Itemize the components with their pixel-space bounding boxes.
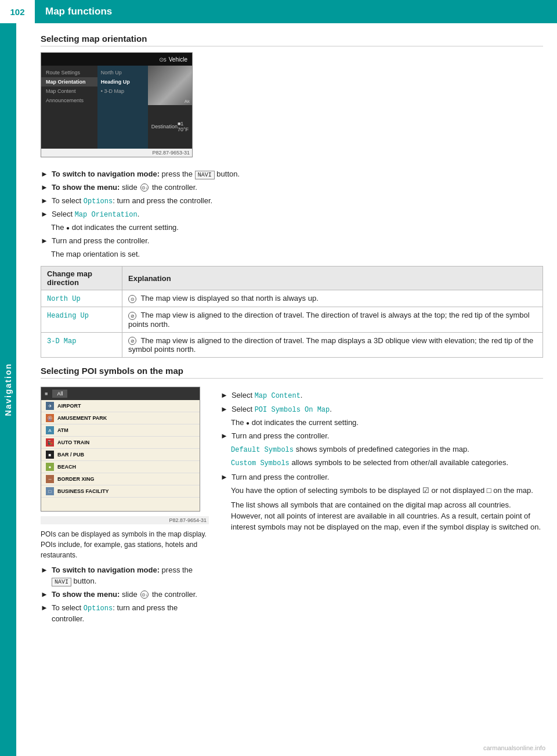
- poi-right-instruction-1: ► Select Map Content.: [220, 390, 543, 401]
- poi-icon-business: □: [46, 487, 54, 495]
- section-map-orientation: Selecting map orientation ⊙s Vehicle Rou…: [41, 34, 543, 358]
- poi-name-business: BUSINESS FACILITY: [57, 488, 109, 494]
- table-row-north-up: North Up ⊙ The map view is displayed so …: [41, 290, 543, 307]
- poi-item-airport: ✈ AIRPORT: [41, 400, 200, 412]
- arrow-icon-r-1: ►: [220, 390, 228, 401]
- arrow-icon-4: ►: [41, 209, 48, 220]
- poi-item-business: □ BUSINESS FACILITY: [41, 485, 200, 498]
- poi-top-bar: ■ All: [41, 387, 200, 400]
- table-row-heading-up: Heading Up ⊘ The map view is aligned to …: [41, 307, 543, 333]
- table-cell-north-up-explanation: ⊙ The map view is displayed so that nort…: [122, 290, 543, 307]
- two-column-layout: ■ All ✈ AIRPORT 🎡 AMUSEMENT PA: [41, 387, 543, 628]
- poi-item-bar: ■ BAR / PUB: [41, 449, 200, 461]
- poi-icon-border: ↔: [46, 475, 54, 483]
- navi-key-poi: NAVI: [52, 578, 71, 586]
- poi-name-airport: AIRPORT: [57, 403, 81, 409]
- col-left: ■ All ✈ AIRPORT 🎡 AMUSEMENT PA: [41, 387, 209, 628]
- scr-menu-area: Route Settings Map Orientation Map Conte…: [41, 66, 192, 149]
- watermark: carmanualsonline.info: [483, 744, 545, 751]
- arrow-icon-5: ►: [41, 236, 48, 247]
- poi-right-instruction-3c: Custom Symbols allows symbols to be sele…: [231, 458, 543, 469]
- poi-name-beach: BEACH: [57, 464, 76, 470]
- poi-right-instruction-4b: You have the option of selecting symbols…: [231, 485, 543, 496]
- table-cell-3d-direction: 3-D Map: [41, 332, 122, 358]
- poi-list-container: ✈ AIRPORT 🎡 AMUSEMENT PARK A ATM: [41, 400, 200, 512]
- section2-title: Selecting POI symbols on the map: [41, 366, 543, 379]
- scr-heading-up: Heading Up: [97, 77, 148, 87]
- poi-icon-atm: A: [46, 426, 54, 434]
- table-header-direction: Change map direction: [41, 267, 122, 290]
- poi-item-amusement: 🎡 AMUSEMENT PARK: [41, 412, 200, 424]
- poi-right-instruction-2: ► Select POI Symbols On Map.: [220, 404, 543, 415]
- controller-icon-1: ⊙↓: [140, 183, 149, 192]
- main-content: Selecting map orientation ⊙s Vehicle Rou…: [35, 23, 557, 639]
- col-right: ► Select Map Content. ► Select POI Symbo…: [220, 387, 543, 628]
- poi-name-amusement: AMUSEMENT PARK: [57, 415, 107, 421]
- scr-temp-label: ■1 70°F: [178, 121, 189, 132]
- scr-left-menu: Route Settings Map Orientation Map Conte…: [41, 66, 97, 149]
- compass-icon-north: ⊙: [128, 295, 136, 303]
- controller-icon-poi: ⊙↓: [140, 591, 149, 599]
- arrow-icon-poi-1: ►: [41, 565, 48, 576]
- header-bar: 102 Map functions: [0, 0, 557, 23]
- instruction-5: ► Turn and press the controller.: [41, 236, 543, 247]
- arrow-icon-r-3: ►: [220, 431, 228, 442]
- arrow-icon-r-4: ►: [220, 472, 228, 483]
- scr-map-orientation: Map Orientation: [41, 77, 97, 87]
- map-direction-table: Change map direction Explanation North U…: [41, 266, 543, 358]
- table-cell-heading-up-direction: Heading Up: [41, 307, 122, 333]
- sidebar-label: Navigation: [3, 363, 13, 416]
- poi-name-autotrain: AUTO TRAIN: [57, 440, 89, 445]
- map-orientation-screenshot: ⊙s Vehicle Route Settings Map Orientatio…: [41, 52, 543, 163]
- table-row-3d-map: 3-D Map ⊘ The map view is aligned to the…: [41, 332, 543, 358]
- navi-key-1: NAVI: [195, 171, 215, 179]
- options-text-poi: Options: [84, 604, 113, 613]
- poi-icon-beach: ●: [46, 463, 54, 471]
- poi-right-instruction-2b: The ● dot indicates the current setting.: [231, 417, 543, 429]
- poi-screenshot: ■ All ✈ AIRPORT 🎡 AMUSEMENT PA: [41, 387, 200, 512]
- poi-name-atm: ATM: [57, 427, 68, 433]
- scr-top-bar: ⊙s Vehicle: [41, 53, 192, 66]
- arrow-icon-r-2: ►: [220, 404, 228, 415]
- scr-announcements: Announcements: [41, 96, 97, 105]
- table-header-explanation: Explanation: [122, 267, 543, 290]
- instruction-5b: The map orientation is set.: [51, 249, 543, 260]
- poi-tab-all: All: [52, 390, 67, 398]
- poi-item-atm: A ATM: [41, 424, 200, 437]
- scr-right: Ak Destination ■1 70°F: [148, 66, 192, 149]
- map-content-text: Map Content: [255, 392, 301, 400]
- poi-icon-autotrain: 🚂: [46, 438, 54, 447]
- instruction-3: ► To select Options: turn and press the …: [41, 196, 543, 207]
- default-symbols-text: Default Symbols: [231, 446, 294, 454]
- scr-north-up: North Up: [97, 68, 148, 77]
- arrow-icon-poi-2: ►: [41, 589, 48, 600]
- instruction-4b: The ● dot indicates the current setting.: [51, 222, 543, 233]
- table-cell-3d-explanation: ⊘ The map view is aligned to the directi…: [122, 332, 543, 358]
- poi-right-instruction-4c: The list shows all symbols that are cont…: [231, 500, 543, 533]
- poi-item-beach: ● BEACH: [41, 461, 200, 473]
- poi-symbols-text: POI Symbols On Map: [255, 406, 330, 414]
- scr-destination-label: Destination: [151, 124, 178, 129]
- scr1-caption: P82.87-9653-31: [41, 149, 192, 157]
- poi-caption: P82.87-9654-31: [41, 516, 209, 524]
- arrow-icon-1: ►: [41, 169, 48, 180]
- poi-intro-text: POIs can be displayed as symbols in the …: [41, 529, 209, 560]
- scr-center-menu: North Up Heading Up • 3-D Map: [97, 66, 148, 149]
- section1-instructions: ► To switch to navigation mode: press th…: [41, 169, 543, 260]
- poi-right-instruction-4: ► Turn and press the controller.: [220, 472, 543, 483]
- instruction-2: ► To show the menu: slide ⊙↓ the control…: [41, 182, 543, 193]
- arrow-icon-2: ►: [41, 182, 48, 193]
- poi-item-border: ↔ BORDER XING: [41, 473, 200, 485]
- poi-left-instruction-1: ► To switch to navigation mode: press th…: [41, 565, 209, 587]
- compass-icon-3d: ⊘: [128, 337, 136, 345]
- poi-right-instructions: ► Select Map Content. ► Select POI Symbo…: [220, 390, 543, 532]
- section-poi-symbols: Selecting POI symbols on the map ■ All: [41, 366, 543, 628]
- page-number: 102: [0, 0, 35, 23]
- poi-left-instruction-2: ► To show the menu: slide ⊙↓ the control…: [41, 589, 209, 600]
- instruction-1: ► To switch to navigation mode: press th…: [41, 169, 543, 180]
- poi-left-instructions: ► To switch to navigation mode: press th…: [41, 565, 209, 625]
- instruction-4: ► Select Map Orientation.: [41, 209, 543, 220]
- poi-icon-airport: ✈: [46, 402, 54, 410]
- scr-map-content: Map Content: [41, 87, 97, 96]
- section1-title: Selecting map orientation: [41, 34, 543, 46]
